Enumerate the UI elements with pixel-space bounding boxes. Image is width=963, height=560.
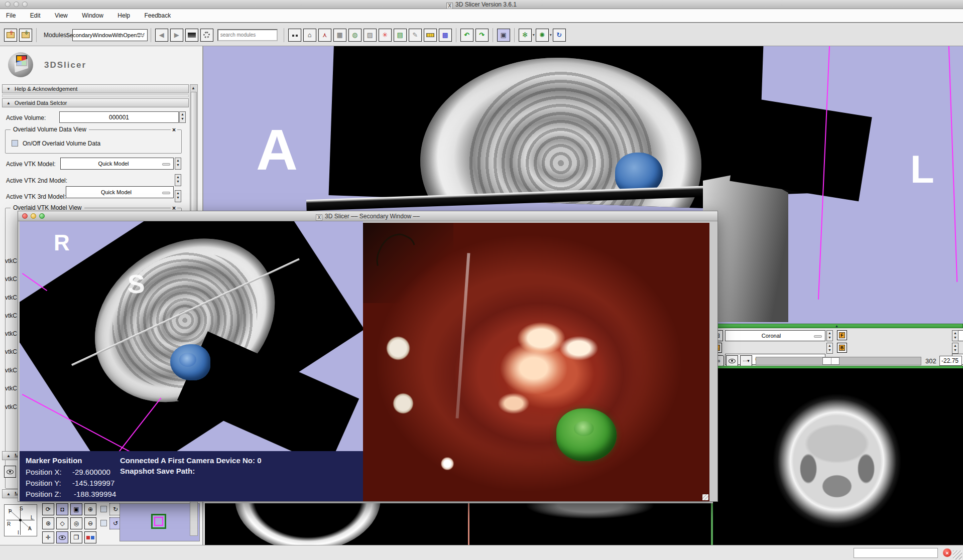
active-volume-field[interactable]: 000001: [59, 111, 179, 123]
mouse-place-dropdown[interactable]: ▾: [550, 33, 552, 37]
axis-rotate-button[interactable]: ✛: [42, 531, 54, 543]
slice-separator-green: [711, 503, 713, 545]
zoom-out-button[interactable]: ⊖: [84, 517, 96, 529]
onoff-overlay-checkbox[interactable]: [12, 140, 18, 147]
modules-combobox[interactable]: SecondaryWindowWithOpenCV: [72, 29, 148, 41]
vtk-list-item[interactable]: vtkC: [5, 312, 17, 319]
navigation-preview[interactable]: [119, 503, 200, 541]
error-log-button[interactable]: ×: [943, 548, 951, 557]
slider-handle[interactable]: [822, 357, 839, 365]
stack-layers-button[interactable]: ❐: [70, 531, 82, 543]
volumes-button[interactable]: ◍: [348, 29, 362, 42]
menu-window[interactable]: Window: [76, 9, 109, 22]
measurements-button[interactable]: ⋏: [318, 29, 331, 42]
screenshot-button[interactable]: ▣: [70, 503, 82, 515]
color-lut-button[interactable]: ▩: [439, 29, 452, 42]
vtk-list-item[interactable]: vtkC: [5, 367, 17, 374]
slice-offset-slider[interactable]: [756, 357, 921, 365]
position-x-value: -29.600000: [72, 468, 110, 476]
orientation-spinner[interactable]: ▲▼: [826, 330, 833, 341]
editor-button[interactable]: ▤: [394, 29, 407, 42]
spin-checkbox[interactable]: [100, 506, 107, 512]
mouse-place-button[interactable]: ✺: [536, 29, 549, 42]
annotation-line-button[interactable]: ✎: [409, 29, 422, 42]
zoom-in-button[interactable]: ⊕: [84, 503, 96, 515]
home-module-button[interactable]: ⌂: [303, 29, 316, 42]
search-modules-input[interactable]: [217, 29, 278, 41]
foreground-spinner[interactable]: ▲▼: [952, 330, 958, 341]
resize-grip[interactable]: [953, 550, 962, 559]
camera-connected-status: Connected A First Camera Device No: 0: [120, 456, 261, 465]
secondary-window[interactable]: X3D Slicer –– Secondary Window –– R S Ma…: [18, 211, 718, 502]
menu-feedback[interactable]: Feedback: [138, 9, 177, 22]
vtk-list-item[interactable]: vtkC: [5, 385, 17, 392]
module-history-button[interactable]: [185, 29, 198, 42]
orientation-combobox[interactable]: Coronal: [725, 330, 825, 341]
fiducials-binoculars-button[interactable]: [288, 29, 301, 42]
group-close-icon[interactable]: ×: [171, 126, 177, 133]
center-view-button[interactable]: ◘: [56, 503, 68, 515]
save-scene-button[interactable]: ⇩: [19, 29, 32, 42]
background-layer-icon[interactable]: B: [837, 343, 847, 353]
module-back-button[interactable]: ◀: [155, 29, 168, 42]
transforms-button[interactable]: ▨: [364, 29, 377, 42]
vtk-model-spinner[interactable]: ▲▼: [175, 158, 181, 170]
slice-offset-field[interactable]: -22.75: [939, 356, 962, 366]
menu-file[interactable]: File: [0, 9, 22, 22]
visibility-eye-button[interactable]: [4, 466, 16, 478]
background-spinner[interactable]: ▲▼: [952, 343, 958, 354]
active-volume-spinner[interactable]: ▲▼: [179, 111, 186, 123]
rock-checkbox[interactable]: [100, 520, 107, 526]
vtk-model-combobox[interactable]: Quick Model: [60, 158, 174, 170]
camera-button[interactable]: ◎: [70, 517, 82, 529]
module-settings-button[interactable]: [200, 29, 213, 42]
slice-options-button[interactable]: ⋯▾: [740, 355, 752, 366]
menu-view[interactable]: View: [49, 9, 74, 22]
vtk-list-item[interactable]: vtkC: [5, 348, 17, 355]
foreground-layer-icon[interactable]: F: [837, 330, 847, 340]
menu-edit[interactable]: Edit: [24, 9, 47, 22]
main-titlebar[interactable]: X3D Slicer Version 3.6.1: [0, 0, 963, 9]
menu-help[interactable]: Help: [111, 9, 136, 22]
scrollbar-up-icon[interactable]: ▲: [191, 86, 195, 90]
overlay-section-header[interactable]: ▲ Overlaid Data Selctor: [2, 98, 189, 107]
label-spinner[interactable]: ▲▼: [826, 343, 833, 354]
vtk-list-item[interactable]: vtkC: [5, 275, 17, 283]
mouse-pick-button[interactable]: ✻: [519, 29, 532, 42]
video-resize-grip[interactable]: [702, 494, 708, 500]
load-scene-button[interactable]: ⇧: [4, 29, 17, 42]
slice-panel-collapse-bar[interactable]: ▲: [710, 324, 963, 328]
vtk-2nd-model-combobox[interactable]: Quick Model: [66, 186, 174, 198]
surgical-camera-view[interactable]: [363, 223, 709, 501]
look-from-button[interactable]: [56, 531, 68, 543]
red-slice-view[interactable]: [205, 503, 468, 545]
mouse-pick-dropdown[interactable]: ▾: [533, 33, 535, 37]
ruler-button[interactable]: [424, 29, 437, 42]
undo-button[interactable]: ↶: [460, 29, 473, 42]
marker-position-panel: Marker Position Position X: -29.600000 P…: [20, 451, 363, 501]
module-forward-button[interactable]: ▶: [170, 29, 183, 42]
orbit-view-button[interactable]: ⊛: [42, 517, 54, 529]
yellow-slice-view[interactable]: [469, 503, 711, 545]
cube-view-button[interactable]: ◇: [56, 517, 68, 529]
vtk-list-item[interactable]: vtkC: [5, 330, 17, 337]
vtk-list-item[interactable]: vtkC: [5, 294, 17, 301]
layout-select-button[interactable]: ▣: [497, 29, 510, 42]
rotate-view-button[interactable]: ⟳: [42, 503, 54, 515]
secondary-3d-view[interactable]: R S: [20, 221, 363, 451]
help-section-header[interactable]: ▼ Help & Acknowledgement: [2, 84, 189, 93]
vtk-list-item[interactable]: vtkC: [5, 403, 17, 410]
vtk-2nd-model-spinner[interactable]: ▲▼: [175, 174, 181, 186]
navigation-zoom-box[interactable]: [151, 514, 166, 529]
fiducial-seed-button[interactable]: ✳: [379, 29, 392, 42]
vtk-list-item[interactable]: vtkC: [5, 257, 17, 264]
stereo-glasses-button[interactable]: [84, 531, 96, 543]
coronal-slice-view[interactable]: [713, 368, 963, 545]
data-grid-button[interactable]: ▦: [333, 29, 346, 42]
slice-visibility-button[interactable]: [726, 355, 738, 366]
secondary-titlebar[interactable]: X3D Slicer –– Secondary Window ––: [18, 211, 717, 221]
redo-button[interactable]: ↷: [475, 29, 489, 42]
view-axis-compass[interactable]: S P L R A I: [4, 504, 37, 536]
screen-capture-button[interactable]: ↻: [553, 29, 566, 42]
vtk-3rd-model-spinner[interactable]: ▲▼: [175, 190, 181, 202]
